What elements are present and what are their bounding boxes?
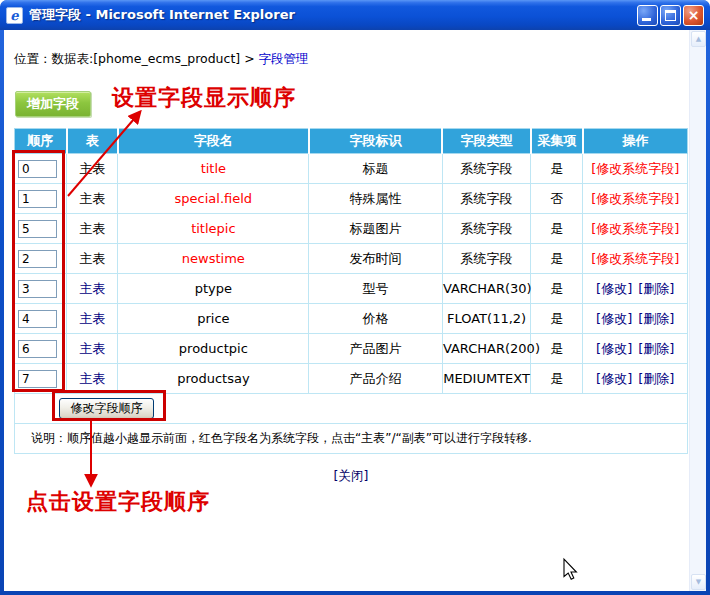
- table-cell: 主表: [67, 214, 118, 244]
- annotation-click-order-text: 点击设置字段顺序: [26, 487, 210, 517]
- operations-cell: [修改系统字段]: [583, 154, 688, 184]
- ie-window: e 管理字段 - Microsoft Internet Explorer × ▲…: [0, 0, 710, 595]
- collect-item-cell: 是: [531, 244, 583, 274]
- main-table-link[interactable]: 主表: [79, 341, 105, 356]
- operations-cell: [修改系统字段]: [583, 244, 688, 274]
- field-label-cell: 产品介绍: [309, 364, 443, 394]
- breadcrumb-link-field-management[interactable]: 字段管理: [259, 51, 309, 66]
- main-table-label: 主表: [79, 251, 105, 266]
- operations-cell: [修改][删除]: [583, 304, 688, 334]
- annotation-box-modify-button: [52, 390, 166, 421]
- operations-cell: [修改系统字段]: [583, 214, 688, 244]
- field-name: productsay: [177, 371, 249, 386]
- operation-link[interactable]: [修改系统字段]: [591, 191, 679, 206]
- field-label-cell: 型号: [309, 274, 443, 304]
- table-row: 主表title标题系统字段是[修改系统字段]: [15, 154, 688, 184]
- table-cell: 主表: [67, 154, 118, 184]
- table-row: 主表newstime发布时间系统字段是[修改系统字段]: [15, 244, 688, 274]
- field-name: title: [201, 161, 226, 176]
- table-cell: 主表: [67, 334, 118, 364]
- field-name: titlepic: [191, 221, 235, 236]
- table-row: 主表price价格FLOAT(11,2)是[修改][删除]: [15, 304, 688, 334]
- operation-link[interactable]: [修改系统字段]: [591, 251, 679, 266]
- field-type-cell: MEDIUMTEXT: [442, 364, 530, 394]
- operation-link[interactable]: [删除]: [638, 281, 674, 296]
- table-cell: 主表: [67, 364, 118, 394]
- operation-link[interactable]: [删除]: [638, 371, 674, 386]
- table-row: 主表productpic产品图片VARCHAR(200)是[修改][删除]: [15, 334, 688, 364]
- minimize-icon: [642, 18, 651, 21]
- column-header-5: 采集项: [531, 129, 583, 154]
- field-type-cell: VARCHAR(200): [442, 334, 530, 364]
- operation-link[interactable]: [修改系统字段]: [591, 161, 679, 176]
- operation-link[interactable]: [删除]: [638, 311, 674, 326]
- window-title: 管理字段 - Microsoft Internet Explorer: [29, 6, 637, 24]
- operation-link[interactable]: [删除]: [638, 341, 674, 356]
- main-table-link[interactable]: 主表: [79, 371, 105, 386]
- breadcrumb: 位置：数据表:[phome_ecms_product] > 字段管理: [14, 51, 309, 68]
- annotation-box-order-column: [12, 150, 65, 392]
- main-table-label: 主表: [79, 161, 105, 176]
- collect-item-cell: 是: [531, 154, 583, 184]
- table-row: 主表special.field特殊属性系统字段否[修改系统字段]: [15, 184, 688, 214]
- field-type-cell: VARCHAR(30): [442, 274, 530, 304]
- table-row: 主表productsay产品介绍MEDIUMTEXT是[修改][删除]: [15, 364, 688, 394]
- field-name-cell: ptype: [118, 274, 309, 304]
- table-header-row: 顺序表字段名字段标识字段类型采集项操作: [15, 129, 688, 154]
- main-table-label: 主表: [79, 221, 105, 236]
- field-name: ptype: [195, 281, 232, 296]
- field-label-cell: 发布时间: [309, 244, 443, 274]
- table-note: 说明：顺序值越小越显示前面，红色字段名为系统字段，点击“主表”/“副表”可以进行…: [15, 424, 688, 454]
- operation-link[interactable]: [修改系统字段]: [591, 221, 679, 236]
- ie-document-icon: e: [6, 7, 23, 24]
- annotation-set-order-text: 设置字段显示顺序: [112, 83, 296, 113]
- add-field-button[interactable]: 增加字段: [15, 91, 91, 117]
- table-cell: 主表: [67, 184, 118, 214]
- field-name: productpic: [179, 341, 248, 356]
- field-name: price: [197, 311, 229, 326]
- table-note-row: 说明：顺序值越小越显示前面，红色字段名为系统字段，点击“主表”/“副表”可以进行…: [15, 424, 688, 454]
- close-page-link[interactable]: [关闭]: [14, 468, 688, 485]
- minimize-button[interactable]: [637, 5, 658, 26]
- table-row: 主表ptype型号VARCHAR(30)是[修改][删除]: [15, 274, 688, 304]
- field-type-cell: 系统字段: [442, 244, 530, 274]
- collect-item-cell: 否: [531, 184, 583, 214]
- vertical-scrollbar[interactable]: ▲ ▼: [689, 30, 706, 591]
- window-controls: ×: [637, 5, 704, 26]
- maximize-button[interactable]: [660, 5, 681, 26]
- operation-link[interactable]: [修改]: [596, 311, 632, 326]
- main-table-link[interactable]: 主表: [79, 281, 105, 296]
- close-icon: ×: [684, 6, 703, 24]
- main-table-label: 主表: [79, 191, 105, 206]
- main-table-link[interactable]: 主表: [79, 311, 105, 326]
- field-name-cell: productsay: [118, 364, 309, 394]
- operation-link[interactable]: [修改]: [596, 371, 632, 386]
- column-header-2: 字段名: [118, 129, 309, 154]
- scroll-down-icon[interactable]: ▼: [691, 574, 706, 590]
- field-name-cell: newstime: [118, 244, 309, 274]
- operation-link[interactable]: [修改]: [596, 341, 632, 356]
- breadcrumb-label: 位置：数据表:[phome_ecms_product] >: [14, 51, 259, 66]
- column-header-1: 表: [67, 129, 118, 154]
- table-cell: 主表: [67, 244, 118, 274]
- field-label-cell: 产品图片: [309, 334, 443, 364]
- collect-item-cell: 是: [531, 214, 583, 244]
- operation-link[interactable]: [修改]: [596, 281, 632, 296]
- field-label-cell: 价格: [309, 304, 443, 334]
- operations-cell: [修改][删除]: [583, 334, 688, 364]
- field-type-cell: FLOAT(11,2): [442, 304, 530, 334]
- column-header-4: 字段类型: [442, 129, 530, 154]
- operations-cell: [修改][删除]: [583, 364, 688, 394]
- field-name-cell: price: [118, 304, 309, 334]
- table-cell: 主表: [67, 274, 118, 304]
- field-type-cell: 系统字段: [442, 214, 530, 244]
- close-button[interactable]: ×: [683, 5, 704, 26]
- field-label-cell: 标题: [309, 154, 443, 184]
- scroll-up-icon[interactable]: ▲: [691, 31, 706, 47]
- maximize-icon: [665, 10, 676, 21]
- field-label-cell: 标题图片: [309, 214, 443, 244]
- field-name: special.field: [175, 191, 253, 206]
- collect-item-cell: 是: [531, 304, 583, 334]
- field-name-cell: special.field: [118, 184, 309, 214]
- field-type-cell: 系统字段: [442, 154, 530, 184]
